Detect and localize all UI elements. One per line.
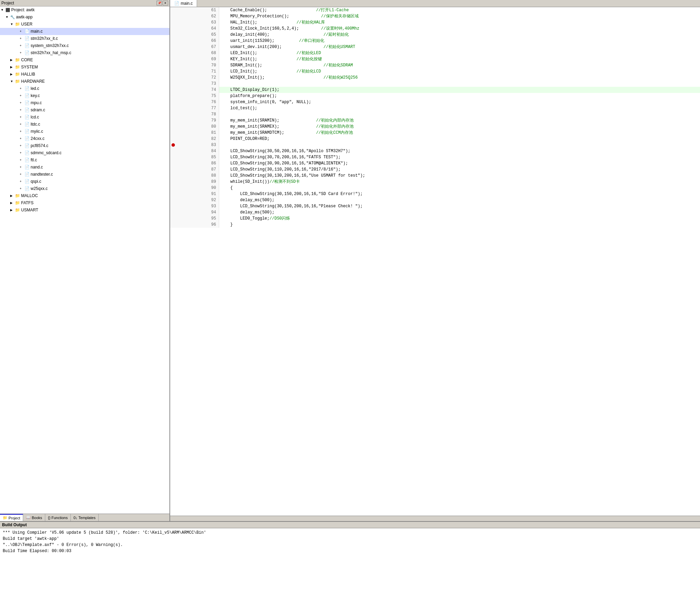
editor-tab-bar: 📄 main.c	[170, 0, 700, 7]
tree-item-sdram-c[interactable]: + 📄 sdram.c	[0, 107, 169, 114]
code-row[interactable]: 89 while(SD_Init())//检测不到SD卡	[170, 179, 700, 185]
tab-functions[interactable]: {} Functions	[45, 514, 71, 521]
tree-item-stm32h7xx-hal-msp-c[interactable]: + 📄 stm32h7xx_hal_msp.c	[0, 49, 169, 57]
code-row[interactable]: 62 MPU_Memory_Protection(); //保护相关存储区域	[170, 13, 700, 19]
code-row[interactable]: 75 platform_prepare();	[170, 93, 700, 99]
tree-item-malloc-folder[interactable]: ▶ 📁 MALLOC	[0, 192, 169, 199]
code-row[interactable]: 63 HAL_Init(); //初始化HAL库	[170, 19, 700, 26]
tree-item-24cxx-c[interactable]: + 📄 24cxx.c	[0, 135, 169, 142]
code-row[interactable]: 70 SDRAM_Init(); //初始化SDRAM	[170, 62, 700, 68]
tree-item-key-c[interactable]: + 📄 key.c	[0, 92, 169, 99]
code-row[interactable]: 79 my_mem_init(SRAMIN); //初始化内部内存池	[170, 117, 700, 124]
code-row[interactable]: 90 {	[170, 185, 700, 191]
tree-item-ltdc-c[interactable]: + 📄 ltdc.c	[0, 121, 169, 128]
code-row[interactable]: 83	[170, 142, 700, 148]
tree-item-system-folder[interactable]: ▶ 📁 SYSTEM	[0, 64, 169, 71]
tree-item-fatfs-folder[interactable]: ▶ 📁 FATFS	[0, 199, 169, 207]
tab-templates[interactable]: 0↓ Templates	[71, 514, 99, 521]
line-number: 93	[170, 203, 219, 209]
line-content: LED_Init(); //初始化LED	[219, 50, 700, 56]
code-row[interactable]: 86 LCD_ShowString(30,90,200,16,16,"ATOM@…	[170, 160, 700, 166]
tree-item-ftl-c[interactable]: + 📄 ftl.c	[0, 157, 169, 164]
tree-item-sdmmc-sdcard-c[interactable]: + 📄 sdmmc_sdcard.c	[0, 149, 169, 157]
tree-item-qspi-c[interactable]: + 📄 qspi.c	[0, 178, 169, 185]
editor-tab-main-c[interactable]: 📄 main.c	[170, 0, 197, 7]
line-content: delay_ms(500);	[219, 197, 700, 203]
core-folder-label: CORE	[21, 57, 33, 63]
tree-item-core-folder[interactable]: ▶ 📁 CORE	[0, 57, 169, 64]
line-number: 77	[170, 105, 219, 111]
templates-tab-icon: 0↓	[74, 516, 78, 520]
code-editor[interactable]: 61 Cache_Enable(); //打开L1-Cache62 MPU_Me…	[170, 7, 700, 516]
tree-item-hallib-folder[interactable]: ▶ 📁 HALLIB	[0, 71, 169, 78]
line-content: my_mem_init(SRAMEX); //初始化外部内存池	[219, 124, 700, 130]
tab-books[interactable]: 📖 Books	[23, 514, 45, 521]
code-row[interactable]: 61 Cache_Enable(); //打开L1-Cache	[170, 7, 700, 13]
code-row[interactable]: 80 my_mem_init(SRAMEX); //初始化外部内存池	[170, 124, 700, 130]
line-content: LCD_ShowString(30,90,200,16,16,"ATOM@ALI…	[219, 160, 700, 166]
code-row[interactable]: 91 LCD_ShowString(30,150,200,16,16,"SD C…	[170, 191, 700, 197]
tree-item-project-root[interactable]: ▼ ⬛ Project: awtk	[0, 6, 169, 14]
code-row[interactable]: 82 POINT_COLOR=RED;	[170, 136, 700, 142]
pin-button[interactable]: 📌	[157, 1, 162, 5]
code-row[interactable]: 94 delay_ms(500);	[170, 209, 700, 215]
code-row[interactable]: 66 uart_init(115200); //串口初始化	[170, 38, 700, 44]
code-row[interactable]: 92 delay_ms(500);	[170, 197, 700, 203]
tree-item-pcf8574-c[interactable]: + 📄 pcf8574.c	[0, 142, 169, 149]
code-row[interactable]: 96 }	[170, 222, 700, 228]
tree-item-usmart-folder[interactable]: ▶ 📁 USMART	[0, 207, 169, 214]
code-row[interactable]: 74 LTDC_Display_Dir(1);	[170, 87, 700, 93]
project-root-label: Project: awtk	[11, 7, 35, 13]
tree-item-myiic-c[interactable]: + 📄 myiic.c	[0, 128, 169, 135]
file-icon: 📄	[25, 171, 30, 178]
lcd-c-label: lcd.c	[31, 114, 39, 120]
usmart-folder-label: USMART	[21, 207, 38, 213]
tree-item-user-folder[interactable]: ▼ 📁 USER	[0, 21, 169, 28]
code-row[interactable]: 93 LCD_ShowString(30,150,200,16,16,"Plea…	[170, 203, 700, 209]
code-row[interactable]: 68 LED_Init(); //初始化LED	[170, 50, 700, 56]
code-row[interactable]: 72 W25QXX_Init(); //初始化W25Q256	[170, 75, 700, 81]
nandtester-c-label: nandtester.c	[31, 171, 53, 178]
mpu-c-label: mpu.c	[31, 100, 42, 106]
code-row[interactable]: 85 LCD_ShowString(30,70,200,16,16,"FATFS…	[170, 154, 700, 160]
tree-item-led-c[interactable]: + 📄 led.c	[0, 85, 169, 92]
expander-icon: +	[20, 143, 25, 149]
hallib-folder-label: HALLIB	[21, 71, 35, 78]
code-row[interactable]: 88 LCD_ShowString(30,130,200,16,16,"Use …	[170, 173, 700, 179]
line-content: LCD_ShowString(30,130,200,16,16,"Use USM…	[219, 173, 700, 179]
project-tree[interactable]: ▼ ⬛ Project: awtk ▼ 🔧 awtk-app ▼ 📁 USER	[0, 6, 169, 514]
file-icon: 📄	[25, 157, 30, 163]
tree-item-main-c[interactable]: + 📄 main.c	[0, 28, 169, 35]
line-number: 73	[170, 81, 219, 87]
tree-item-w25qxx-c[interactable]: + 📄 w25qxx.c	[0, 185, 169, 192]
code-row[interactable]: 73	[170, 81, 700, 87]
code-row[interactable]: 81 my_mem_init(SRAMDTCM); //初始化CCM内存池	[170, 130, 700, 136]
tree-item-lcd-c[interactable]: + 📄 lcd.c	[0, 114, 169, 121]
code-row[interactable]: 64 Stm32_Clock_Init(160,5,2,4); //设置时钟,4…	[170, 26, 700, 32]
tree-item-system-stm32h7xx-c[interactable]: + 📄 system_stm32h7xx.c	[0, 42, 169, 49]
code-row[interactable]: 87 LCD_ShowString(30,110,200,16,16,"2017…	[170, 166, 700, 173]
code-row[interactable]: 78	[170, 111, 700, 117]
close-panel-button[interactable]: ✕	[163, 1, 168, 5]
file-icon: 📄	[25, 128, 30, 135]
code-row[interactable]: 67 usmart_dev.init(200); //初始化USMART	[170, 44, 700, 50]
code-row[interactable]: 84 LCD_ShowString(30,50,200,16,16,"Apoll…	[170, 148, 700, 154]
code-row[interactable]: 95 LED0_Toggle;//DS0闪烁	[170, 215, 700, 222]
code-row[interactable]: 69 KEY_Init(); //初始化按键	[170, 56, 700, 62]
expander-icon: ▼	[1, 7, 5, 13]
code-row[interactable]: 76 system_info_init(0, "app", NULL);	[170, 99, 700, 105]
tree-item-nandtester-c[interactable]: + 📄 nandtester.c	[0, 171, 169, 178]
expander-icon: +	[20, 100, 25, 106]
tree-item-mpu-c[interactable]: + 📄 mpu.c	[0, 99, 169, 107]
code-row[interactable]: 77 lcd_test();	[170, 105, 700, 111]
code-row[interactable]: 65 delay_init(400); //延时初始化	[170, 32, 700, 38]
tab-project[interactable]: 📁 Project	[0, 514, 23, 521]
tree-item-hardware-folder[interactable]: ▼ 📁 HARDWARE	[0, 78, 169, 85]
tree-item-awtk-app[interactable]: ▼ 🔧 awtk-app	[0, 14, 169, 21]
file-icon: 📄	[25, 186, 30, 192]
tree-item-nand-c[interactable]: + 📄 nand.c	[0, 164, 169, 171]
code-row[interactable]: 71 LCD_Init(); //初始化LCD	[170, 68, 700, 75]
tree-item-stm32h7xx-it-c[interactable]: + 📄 stm32h7xx_it.c	[0, 35, 169, 42]
horizontal-scrollbar[interactable]	[170, 516, 700, 521]
line-number: 72	[170, 75, 219, 81]
